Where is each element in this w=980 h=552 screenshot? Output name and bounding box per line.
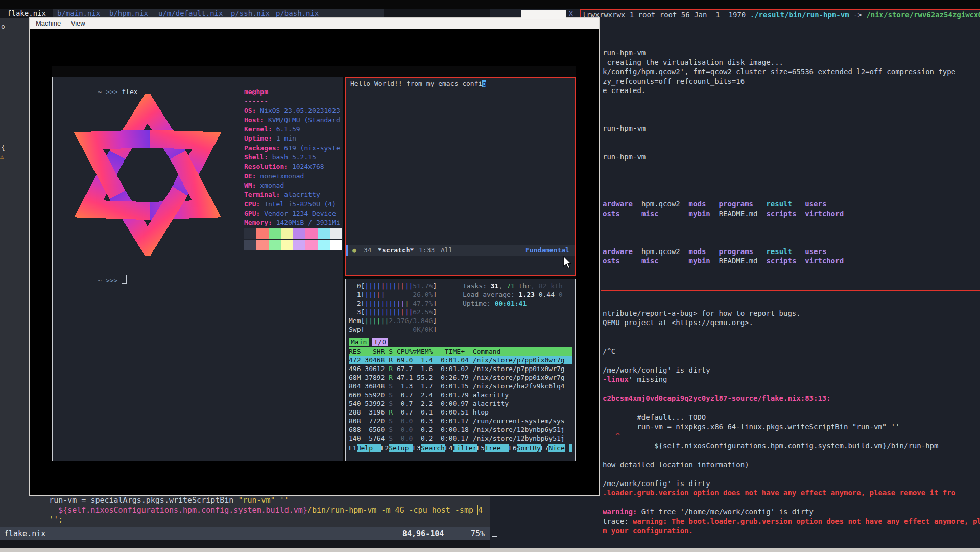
menu-view[interactable]: View (67, 18, 89, 29)
text-segment: 1420MiB / 3931Mi (276, 219, 340, 226)
text-line: Tasks: 31, 71 thr, 82 kth (463, 282, 563, 290)
color-swatch (256, 228, 269, 239)
text-line: /^C (603, 347, 980, 356)
color-swatch (269, 228, 281, 239)
editor-edge-glyph: { (1, 144, 5, 151)
color-swatch (305, 228, 318, 239)
text-segment: WM: (244, 181, 260, 189)
text-segment: Nice (548, 444, 564, 452)
text-segment: 1 (349, 291, 361, 298)
text-segment: mybin (689, 210, 710, 218)
text-segment: ' missing (629, 375, 667, 383)
text-segment: F4 (445, 444, 453, 452)
qemu-vm-window[interactable]: Machine View ~ >>> flex (29, 17, 600, 496)
modeline-buffer-name: *scratch* (378, 245, 414, 256)
text-line: Swp[ 0K/0K] (349, 325, 437, 334)
vm-emacs-pane[interactable]: Hello World!! from my emacs config ● 34 … (345, 77, 576, 276)
text-line: Uptime: 00:01:41 (463, 299, 563, 308)
text-line: run-hpm-vm (582, 124, 980, 133)
text-segment: 67.7 1.6 0:01.02 /nix/store/p7pp0ix0wr7g (393, 365, 565, 373)
text-line (603, 356, 980, 365)
shell-prompt-empty: ~ >>> (58, 267, 127, 292)
text-segment: , (498, 282, 507, 290)
text-segment: misc (641, 257, 659, 265)
htop-process-table[interactable]: 472 30468 R 69.0 1.4 0:01.04 /nix/store/… (349, 356, 572, 443)
text-line (603, 498, 980, 508)
text-segment: 1024x768 (292, 163, 324, 170)
text-line: /me/work/config' is dirty (603, 479, 980, 489)
vm-neofetch-terminal[interactable]: ~ >>> flex (52, 77, 343, 461)
text-segment: warning: (603, 508, 637, 516)
htop-function-key-bar[interactable]: F1Help F2Setup F3SearchF4FilterF5Tree F6… (349, 444, 572, 452)
text-segment: 288 3196 (349, 408, 389, 416)
text-segment: 0.0 (393, 417, 413, 425)
text-segment (710, 210, 719, 218)
htop-table-header[interactable]: RES SHR S CPU%▽MEM% TIME+ Command (349, 347, 572, 356)
text-segment: README.md (719, 210, 758, 218)
text-line: CPU: Intel i5-8250U (4) (244, 200, 340, 209)
text-segment: 47.1 55.2 0:26.79 /nix/store/p7pp0ix0wr7… (393, 374, 565, 381)
text-segment: c2bcsm4xmj0vd0capi9q2yc0yzl87-source/fla… (603, 394, 831, 402)
text-segment: creating the virtualisation disk image..… (603, 58, 783, 66)
text-segment: /me/work/config' is dirty (603, 479, 710, 488)
text-segment: || (397, 282, 405, 290)
text-segment: 51.7% (413, 282, 433, 290)
text-segment: 0.2 0:00.17 /nix/store/12bynbp6y51j (413, 434, 564, 442)
text-segment: 540 53992 (349, 400, 389, 407)
text-segment: GPU: (244, 210, 264, 217)
text-segment: | (377, 291, 381, 298)
vm-screen[interactable]: ~ >>> flex (52, 66, 576, 461)
color-swatch (305, 240, 318, 250)
text-line: -linux' missing (603, 375, 980, 384)
text-line: ardware hpm.qcow2 mods programs result u… (582, 199, 980, 209)
text-segment: ${self.nixosConfigurations.hpm.config.sy… (58, 505, 307, 515)
text-segment: "run-vm" '' (238, 496, 289, 505)
terminal-color-palette (244, 228, 342, 251)
text-segment: |||||||| (365, 300, 397, 307)
htop-tasks-load-uptime: Tasks: 31, 71 thr, 82 kthLoad average: 1… (463, 282, 563, 308)
text-segment: 62.5% (413, 308, 433, 316)
text-line: 0[||||||||||||51.7%] (349, 282, 437, 290)
htop-tab-io[interactable]: I/O (372, 338, 388, 346)
host-status-bar (0, 0, 980, 9)
text-line: 2[||||||||||| 47.7%] (349, 299, 437, 308)
text-segment: Load average: (463, 291, 519, 298)
htop-tab-main[interactable]: Main (349, 338, 369, 346)
text-line (582, 133, 980, 143)
text-segment: Tasks: (463, 282, 491, 290)
text-line: osts misc mybin README.md scripts virtch… (582, 256, 980, 266)
text-segment: || (405, 282, 413, 290)
desktop: flake.nix b/main.nix b/hpm.nix u/m/defau… (0, 0, 980, 552)
menu-machine[interactable]: Machine (32, 18, 65, 29)
text-segment: Search (421, 444, 445, 452)
terminal-output-bottom: ntribute/report-a-bug> for how to report… (603, 299, 980, 536)
text-segment: run-vm = specialArgs.pkgs.writeScriptBin (31, 496, 238, 505)
color-swatch (244, 228, 256, 239)
text-segment (753, 200, 766, 208)
text-line: e created. (582, 86, 980, 96)
text-segment: /^C (603, 347, 615, 355)
editor-status-bar: flake.nix 84,96-104 75% (0, 527, 490, 540)
text-line: Load average: 1.23 0.44 0 (463, 290, 563, 299)
text-segment: 0.44 (539, 291, 559, 298)
text-segment: ||| (385, 282, 396, 290)
htop-screen-tabs: MainI/O (349, 338, 388, 347)
text-segment: mods (689, 200, 706, 208)
close-icon[interactable]: X (569, 10, 573, 17)
vm-htop-pane[interactable]: 0[||||||||||||51.7%] 1[||||| 26.0%] 2[||… (345, 279, 576, 461)
text-segment: Shell: (244, 153, 272, 161)
text-segment: Setup (389, 444, 413, 452)
text-segment: Tree (485, 444, 509, 452)
text-segment: 0.0 (393, 426, 413, 433)
text-line: ''; (31, 515, 483, 525)
emacs-modeline: ● 34 *scratch* 1:33 All Fundamental (346, 245, 575, 256)
text-segment (620, 210, 641, 218)
modeline-number: 34 (364, 245, 372, 256)
text-segment: run-hpm-vm (603, 153, 646, 161)
text-segment (796, 210, 805, 218)
text-line: Host: KVM/QEMU (Standard (244, 116, 340, 125)
text-segment: 31 (491, 282, 499, 290)
text-segment (792, 200, 805, 208)
emacs-buffer-text: Hello World!! from my emacs config (350, 80, 486, 87)
text-segment: 660 55920 (349, 391, 389, 399)
